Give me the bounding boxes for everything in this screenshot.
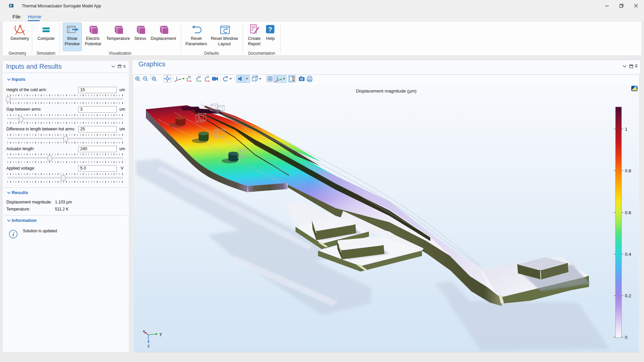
svg-text:0.4: 0.4: [625, 252, 631, 257]
svg-text:0.2: 0.2: [625, 293, 631, 298]
svg-text:0.8: 0.8: [625, 168, 631, 173]
svg-text:z: z: [148, 344, 150, 348]
svg-text:0.6: 0.6: [625, 210, 631, 215]
svg-text:?: ?: [268, 26, 272, 33]
svg-text:xz: xz: [206, 75, 209, 78]
svg-text:0: 0: [625, 335, 628, 340]
svg-text:y: y: [160, 331, 162, 336]
svg-text:xy: xy: [188, 75, 191, 78]
svg-text:1: 1: [625, 127, 628, 132]
svg-text:x: x: [143, 329, 145, 334]
svg-text:i: i: [12, 231, 14, 238]
svg-text:yz: yz: [198, 75, 201, 78]
